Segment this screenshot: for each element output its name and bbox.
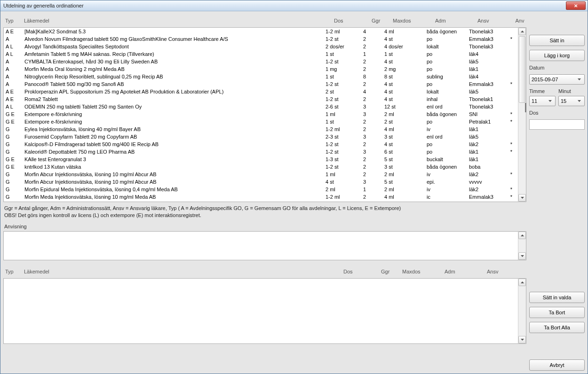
col2-dos[interactable]: Dos (343, 268, 381, 275)
cell-adm: ic (427, 193, 469, 201)
cell-lakemedel: Eylea Injektionsvätska, lösning 40 mg/ml… (24, 125, 326, 133)
timme-select[interactable]: 11 (529, 96, 556, 106)
cell-maxdos: 2 mg (384, 65, 427, 73)
col-lakemedel[interactable]: Läkemedel (24, 17, 334, 24)
table-row[interactable]: GKaleorid® Depottablett 750 mg LEO Pharm… (4, 148, 518, 156)
cell-maxdos: 4 ml (384, 125, 427, 133)
cell-dos: 1-2 st (326, 80, 363, 88)
minut-select[interactable]: 15 (558, 96, 585, 106)
table-row[interactable]: G EKAlle test Enterogranulat 31-3 st25 s… (4, 156, 518, 163)
cell-typ: A E (6, 88, 24, 95)
col-adm[interactable]: Adm (435, 17, 477, 24)
cell-adm: lokalt (427, 88, 469, 95)
table-row[interactable]: APanocod® Tablett 500 mg/30 mg Sanofi AB… (4, 80, 518, 88)
col2-ansv[interactable]: Ansv (487, 268, 524, 275)
cell-ansv: läk2 (469, 171, 507, 178)
table-row[interactable]: G Ekntrlkod 13 Kutan vätska1-2 st23 stbå… (4, 163, 518, 171)
col2-lakemedel[interactable]: Läkemedel (24, 268, 343, 275)
cell-ggr: 2 (363, 65, 384, 73)
anvisning-textarea[interactable] (4, 232, 518, 260)
scroll-down-button[interactable] (518, 252, 526, 260)
chevron-down-icon (576, 96, 582, 106)
cell-ansv: Emmalak3 (469, 80, 507, 88)
col-maxdos[interactable]: Maxdos (393, 17, 435, 24)
table-row[interactable]: GFurosemid Copyfarm Tablett 20 mg Copyfa… (4, 133, 518, 140)
cell-adm: enl ord (427, 103, 469, 110)
anvisning-scrollbar[interactable] (518, 232, 526, 260)
table-scrollbar[interactable] (518, 28, 526, 202)
cell-adm: subling (427, 73, 469, 80)
table-row[interactable]: AMorfin Meda Oral lösning 2 mg/ml Meda A… (4, 65, 518, 73)
chevron-down-icon (521, 339, 524, 341)
ta-bort-alla-button[interactable]: Ta Bort Alla (529, 322, 585, 333)
table-row[interactable]: A EProklorperazin APL Suppositorium 25 m… (4, 88, 518, 95)
chevron-up-icon (521, 31, 524, 32)
avbryt-button[interactable]: Avbryt (529, 359, 585, 371)
col-dos[interactable]: Dos (334, 17, 372, 24)
close-button[interactable]: ✕ (566, 1, 586, 10)
col-anv[interactable]: Anv (515, 17, 524, 24)
window-title: Utdelning av generella ordinationer (3, 3, 566, 8)
col2-ggr[interactable]: Ggr (381, 268, 402, 275)
selected-table-scrollbar[interactable] (518, 279, 526, 343)
cell-ggr: 3 (363, 103, 384, 110)
cell-anv: * (507, 193, 516, 201)
cell-typ: G (6, 186, 24, 193)
col2-adm[interactable]: Adm (445, 268, 487, 275)
col-ansv[interactable]: Ansv (477, 17, 515, 24)
table-row[interactable]: A ERoma2 Tablett1-2 st24 stinhalTbonelak… (4, 95, 518, 103)
table-row[interactable]: A LAmfetamin Tablett 5 mg MAH saknas. Re… (4, 50, 518, 58)
ta-bort-button[interactable]: Ta Bort (529, 307, 585, 318)
table-row[interactable]: ANitroglycerin Recip Resoriblett, sublin… (4, 73, 518, 80)
datum-select[interactable]: 2015-09-07 (529, 74, 585, 85)
cell-lakemedel: Amfetamin Tablett 5 mg MAH saknas. Recip… (24, 50, 326, 58)
legend-text: Ggr = Antal gånger, Adm = Administration… (3, 202, 526, 221)
cell-ansv: läk5 (469, 58, 507, 65)
selected-table-body[interactable] (4, 279, 518, 343)
scroll-up-button[interactable] (518, 28, 526, 35)
col-typ[interactable]: Typ (5, 17, 24, 24)
cell-ansv: läk5 (469, 88, 507, 95)
dialog-window: Utdelning av generella ordinationer ✕ Ty… (0, 0, 588, 374)
table-row[interactable]: GMorfin Abcur Injektionsvätska, lösning … (4, 178, 518, 186)
cell-ggr: 4 (363, 88, 384, 95)
cell-dos: 4 st (326, 178, 363, 186)
scroll-down-button[interactable] (518, 194, 526, 202)
table-row[interactable]: GKalcipos®-D Filmdragerad tablett 500 mg… (4, 140, 518, 148)
dos-input[interactable] (529, 119, 585, 130)
table-row[interactable]: GMorfin Meda Injektionsvätska, lösning 1… (4, 193, 518, 201)
table-row[interactable]: G EExtempore e-förskrivning1 st22 stpoPe… (4, 118, 518, 125)
cell-dos: 1 st (326, 50, 363, 58)
cell-ggr: 3 (363, 110, 384, 118)
cell-typ: G (6, 171, 24, 178)
satt-in-valda-button[interactable]: Sätt in valda (529, 292, 585, 303)
col2-maxdos[interactable]: Maxdos (402, 268, 445, 275)
table-row[interactable]: GMorfin Abcur Injektionsvätska, lösning … (4, 171, 518, 178)
satt-in-button[interactable]: Sätt in (529, 35, 585, 46)
medication-table-body[interactable]: A E[Mak]KalleX2 Sondmat 5.31-2 ml44 mlbå… (4, 28, 518, 202)
lagg-i-korg-button[interactable]: Lägg i korg (529, 50, 585, 61)
table-row[interactable]: GMorfin Epidural Meda Injektionsvätska, … (4, 186, 518, 193)
scrollbar-thumb[interactable] (519, 36, 525, 103)
chevron-up-icon (521, 234, 524, 236)
scroll-up-button[interactable] (518, 279, 526, 286)
cell-anv: * (507, 148, 516, 156)
table-row[interactable]: A LODEMIN 250 mg tabletti Tablett 250 mg… (4, 103, 518, 110)
cell-anv: * (507, 80, 516, 88)
table-row[interactable]: GEylea Injektionsvätska, lösning 40 mg/m… (4, 125, 518, 133)
svg-marker-4 (521, 281, 524, 283)
svg-marker-8 (578, 100, 581, 102)
col-ggr[interactable]: Ggr (372, 17, 393, 24)
table-row[interactable]: G EExtempore e-förskrivning1 ml32 mlbåda… (4, 110, 518, 118)
table-row[interactable]: A E[Mak]KalleX2 Sondmat 5.31-2 ml44 mlbå… (4, 28, 518, 35)
table-row[interactable]: A LAlvogyl Tandköttspasta Specialites Se… (4, 43, 518, 50)
scroll-up-button[interactable] (518, 232, 526, 239)
col2-typ[interactable]: Typ (5, 268, 24, 275)
title-bar: Utdelning av generella ordinationer ✕ (0, 0, 588, 11)
svg-marker-3 (521, 255, 524, 257)
scroll-down-button[interactable] (518, 336, 526, 343)
table-row[interactable]: AAlvedon Novum Filmdragerad tablett 500 … (4, 35, 518, 43)
cell-ansv: Tbonelak3 (469, 28, 507, 35)
table-row[interactable]: ACYMBALTA Enterokapsel, hård 30 mg Eli L… (4, 58, 518, 65)
cell-typ: G E (6, 118, 24, 125)
